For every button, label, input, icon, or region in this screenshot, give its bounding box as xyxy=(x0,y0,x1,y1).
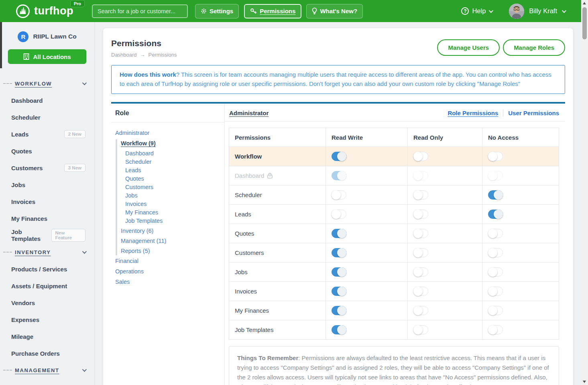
tree-group-inventory-6[interactable]: Inventory (6) xyxy=(121,227,224,235)
read-write-toggle[interactable] xyxy=(332,190,346,200)
read-write-toggle[interactable] xyxy=(332,229,346,238)
settings-button[interactable]: Settings xyxy=(195,4,239,18)
search-input[interactable] xyxy=(92,4,188,18)
sidebar-item-invoices[interactable]: Invoices xyxy=(0,193,94,210)
read-only-toggle[interactable] xyxy=(413,325,428,334)
sidebar-section-workflow[interactable]: WORKFLOW xyxy=(0,75,94,92)
tree-page-quotes[interactable]: Quotes xyxy=(121,175,224,183)
no-access-toggle[interactable] xyxy=(488,152,503,161)
tree-group-workflow-9[interactable]: Workflow (9) xyxy=(121,139,224,148)
no-access-toggle-cell xyxy=(482,320,559,339)
permissions-panel: Role AdministratorWorkflow (9)DashboardS… xyxy=(111,102,565,385)
read-write-toggle[interactable] xyxy=(332,325,346,334)
read-only-toggle[interactable] xyxy=(413,267,428,277)
read-only-toggle[interactable] xyxy=(413,229,428,238)
tree-page-job-templates[interactable]: Job Templates xyxy=(121,217,224,225)
no-access-toggle[interactable] xyxy=(488,190,503,200)
tree-page-leads[interactable]: Leads xyxy=(121,166,224,175)
tree-role-administrator[interactable]: Administrator xyxy=(115,129,224,137)
read-only-toggle[interactable] xyxy=(413,248,428,257)
sidebar-item-leads[interactable]: Leads2 New xyxy=(0,126,94,143)
section-label: WORKFLOW xyxy=(15,81,52,87)
breadcrumb-dashboard[interactable]: Dashboard xyxy=(111,52,137,58)
role-permissions-link[interactable]: Role Permissions xyxy=(448,110,498,116)
vertical-scrollbar xyxy=(581,0,588,385)
sidebar-item-vendors[interactable]: Vendors xyxy=(0,294,94,311)
company-selector[interactable]: R RIIPL Lawn Co xyxy=(0,29,94,45)
no-access-toggle[interactable] xyxy=(488,210,503,219)
tree-group-management-11[interactable]: Management (11) xyxy=(121,237,224,245)
app-logo[interactable]: turfhop Pro xyxy=(15,4,73,19)
selected-role-label[interactable]: Administrator xyxy=(229,110,269,116)
sidebar-item-dashboard[interactable]: Dashboard xyxy=(0,92,94,109)
permissions-button[interactable]: Permissions xyxy=(244,4,301,18)
tree-page-scheduler[interactable]: Scheduler xyxy=(121,158,224,166)
toggle-knob xyxy=(488,287,497,296)
toggle-knob xyxy=(413,171,423,180)
sidebar-item-purchase-orders[interactable]: Purchase Orders xyxy=(0,345,94,362)
read-write-toggle[interactable] xyxy=(332,152,346,161)
sidebar-item-products-services[interactable]: Products / Services xyxy=(0,261,94,277)
scrollbar-thumb[interactable] xyxy=(582,7,587,39)
sidebar-item-label: My Finances xyxy=(11,215,47,222)
sidebar-item-label: Invoices xyxy=(11,198,35,205)
sidebar-item-mileage[interactable]: Mileage xyxy=(0,328,94,345)
tree-group-reports-5[interactable]: Reports (5) xyxy=(121,247,224,255)
no-access-toggle[interactable] xyxy=(488,325,503,334)
all-locations-button[interactable]: All Locations xyxy=(8,49,86,64)
no-access-toggle[interactable] xyxy=(488,287,503,296)
no-access-toggle[interactable] xyxy=(488,306,503,315)
read-write-toggle[interactable] xyxy=(332,210,346,219)
scrollbar-down-arrow[interactable] xyxy=(583,381,586,383)
sidebar-section-reports[interactable]: REPORTS xyxy=(0,379,94,385)
tree-page-dashboard[interactable]: Dashboard xyxy=(121,149,224,158)
sidebar-item-job-templates[interactable]: Job TemplatesNew Feature xyxy=(0,227,94,244)
tree-page-jobs[interactable]: Jobs xyxy=(121,191,224,200)
read-only-toggle[interactable] xyxy=(413,152,428,161)
sidebar-item-customers[interactable]: Customers3 New xyxy=(0,159,94,176)
tree-role-financial[interactable]: Financial xyxy=(115,257,224,265)
read-only-toggle[interactable] xyxy=(413,210,428,219)
sidebar-item-assets-equipment[interactable]: Assets / Equipment xyxy=(0,277,94,294)
sidebar-item-jobs[interactable]: Jobs xyxy=(0,176,94,193)
table-row-invoices: Invoices xyxy=(229,282,559,301)
tree-role-sales[interactable]: Sales xyxy=(115,278,224,286)
help-menu[interactable]: ? Help xyxy=(461,7,492,15)
read-write-toggle[interactable] xyxy=(332,306,346,315)
read-write-toggle[interactable] xyxy=(332,267,346,277)
read-only-toggle[interactable] xyxy=(413,287,428,296)
tree-page-customers[interactable]: Customers xyxy=(121,183,224,191)
user-permissions-link[interactable]: User Permissions xyxy=(508,110,559,116)
item-badge: New Feature xyxy=(51,229,85,242)
read-write-toggle[interactable] xyxy=(332,248,346,257)
user-menu[interactable]: Billy Kraft xyxy=(509,4,565,19)
table-row-leads: Leads xyxy=(229,205,559,224)
table-row-customers: Customers xyxy=(229,243,559,263)
scrollbar-up-arrow[interactable] xyxy=(583,2,586,4)
tree-page-invoices[interactable]: Invoices xyxy=(121,200,224,208)
info-box: How does this work? This screen is for t… xyxy=(111,65,565,94)
tree-page-my-finances[interactable]: My Finances xyxy=(121,208,224,217)
sidebar-section-inventory[interactable]: INVENTORY xyxy=(0,244,94,261)
tree-role-operations[interactable]: Operations xyxy=(115,267,224,276)
no-access-toggle[interactable] xyxy=(488,267,503,277)
sidebar-section-management[interactable]: MANAGEMENT xyxy=(0,362,94,379)
toggle-knob xyxy=(494,190,503,200)
sidebar-item-scheduler[interactable]: Scheduler xyxy=(0,109,94,126)
pro-badge: Pro xyxy=(70,0,85,7)
sidebar-item-expenses[interactable]: Expenses xyxy=(0,311,94,328)
no-access-toggle[interactable] xyxy=(488,248,503,257)
row-label-cell: Jobs xyxy=(229,263,326,281)
whats-new-button[interactable]: What's New? xyxy=(306,4,363,18)
sidebar-item-my-finances[interactable]: My Finances xyxy=(0,210,94,227)
lock-icon xyxy=(267,173,273,179)
read-only-toggle[interactable] xyxy=(413,190,428,200)
sidebar-item-quotes[interactable]: Quotes xyxy=(0,143,94,159)
read-write-toggle[interactable] xyxy=(332,287,346,296)
manage-roles-button[interactable]: Manage Roles xyxy=(503,39,565,56)
breadcrumb-permissions[interactable]: Permissions xyxy=(149,52,177,58)
manage-users-button[interactable]: Manage Users xyxy=(437,39,500,56)
no-access-toggle[interactable] xyxy=(488,229,503,238)
sidebar-scrollbar-thumb[interactable] xyxy=(0,22,2,68)
read-only-toggle[interactable] xyxy=(413,306,428,315)
